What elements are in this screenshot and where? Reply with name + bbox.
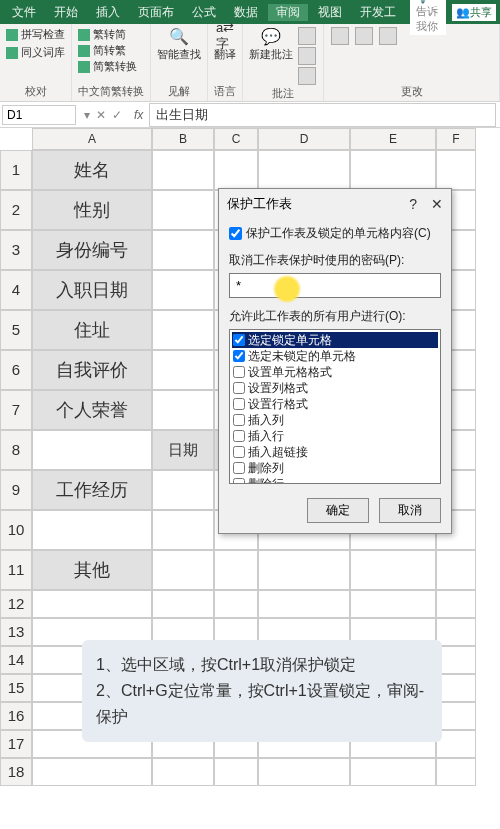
permission-item[interactable]: 设置列格式: [232, 380, 438, 396]
cell[interactable]: [258, 150, 350, 190]
cell[interactable]: [152, 310, 214, 350]
cell[interactable]: [32, 758, 152, 786]
tab-layout[interactable]: 页面布: [130, 4, 182, 21]
row-header[interactable]: 15: [0, 674, 32, 702]
col-header-a[interactable]: A: [32, 128, 152, 150]
trad-to-simp-button[interactable]: 繁转简: [78, 26, 126, 42]
permission-checkbox[interactable]: [233, 398, 245, 410]
cell[interactable]: [214, 550, 258, 590]
cell[interactable]: 身份编号: [32, 230, 152, 270]
cell[interactable]: [152, 190, 214, 230]
col-header-d[interactable]: D: [258, 128, 350, 150]
cell[interactable]: [436, 758, 476, 786]
dropdown-icon[interactable]: ▾: [84, 108, 90, 122]
permission-item[interactable]: 设置行格式: [232, 396, 438, 412]
cell[interactable]: [152, 270, 214, 310]
smart-lookup-button[interactable]: 🔍 智能查找: [157, 26, 201, 62]
cell[interactable]: [436, 730, 476, 758]
cell[interactable]: [436, 550, 476, 590]
cell[interactable]: 性别: [32, 190, 152, 230]
tab-file[interactable]: 文件: [4, 4, 44, 21]
permission-checkbox[interactable]: [233, 446, 245, 458]
tab-data[interactable]: 数据: [226, 4, 266, 21]
cell[interactable]: [152, 758, 214, 786]
cell[interactable]: [214, 590, 258, 618]
row-header[interactable]: 7: [0, 390, 32, 430]
cell[interactable]: [152, 230, 214, 270]
permission-item[interactable]: 设置单元格格式: [232, 364, 438, 380]
dialog-titlebar[interactable]: 保护工作表 ? ✕: [219, 189, 451, 219]
next-comment-button[interactable]: [298, 47, 316, 65]
simp-to-trad-button[interactable]: 简转繁: [78, 42, 126, 58]
share-workbook-button[interactable]: [379, 27, 397, 45]
tab-home[interactable]: 开始: [46, 4, 86, 21]
name-box[interactable]: D1: [2, 105, 76, 125]
cell[interactable]: 入职日期: [32, 270, 152, 310]
cell[interactable]: [152, 470, 214, 510]
cell[interactable]: [436, 590, 476, 618]
cell[interactable]: 住址: [32, 310, 152, 350]
cancel-button[interactable]: 取消: [379, 498, 441, 523]
permission-checkbox[interactable]: [233, 350, 245, 362]
tab-formula[interactable]: 公式: [184, 4, 224, 21]
permission-item[interactable]: 插入列: [232, 412, 438, 428]
tab-dev[interactable]: 开发工: [352, 4, 404, 21]
row-header[interactable]: 5: [0, 310, 32, 350]
row-header[interactable]: 17: [0, 730, 32, 758]
cell[interactable]: [436, 674, 476, 702]
permission-item[interactable]: 删除行: [232, 476, 438, 484]
cell[interactable]: [32, 590, 152, 618]
fx-icon[interactable]: fx: [128, 108, 149, 122]
permission-checkbox[interactable]: [233, 366, 245, 378]
row-header[interactable]: 6: [0, 350, 32, 390]
cell[interactable]: [152, 150, 214, 190]
permission-checkbox[interactable]: [233, 478, 245, 484]
cell[interactable]: [350, 550, 436, 590]
cell[interactable]: 日期: [152, 430, 214, 470]
convert-button[interactable]: 简繁转换: [78, 58, 137, 74]
protect-sheet-button[interactable]: [331, 27, 349, 45]
translate-button[interactable]: a⇄字 翻译: [214, 26, 236, 62]
permission-item[interactable]: 删除列: [232, 460, 438, 476]
cell[interactable]: 工作经历: [32, 470, 152, 510]
cell[interactable]: [350, 758, 436, 786]
row-header[interactable]: 13: [0, 618, 32, 646]
row-header[interactable]: 11: [0, 550, 32, 590]
spellcheck-button[interactable]: 拼写检查: [6, 26, 65, 42]
cell[interactable]: [436, 646, 476, 674]
cell[interactable]: 其他: [32, 550, 152, 590]
cell[interactable]: [350, 150, 436, 190]
cell[interactable]: [152, 550, 214, 590]
permission-item[interactable]: 插入行: [232, 428, 438, 444]
formula-bar[interactable]: 出生日期: [149, 103, 496, 127]
cell[interactable]: [436, 702, 476, 730]
permission-checkbox[interactable]: [233, 334, 245, 346]
close-button[interactable]: ✕: [431, 196, 443, 212]
cell[interactable]: [152, 390, 214, 430]
cell[interactable]: [258, 758, 350, 786]
new-comment-button[interactable]: 💬 新建批注: [249, 26, 293, 62]
row-header[interactable]: 10: [0, 510, 32, 550]
tab-view[interactable]: 视图: [310, 4, 350, 21]
share-button[interactable]: 👥共享: [452, 4, 496, 21]
col-header-f[interactable]: F: [436, 128, 476, 150]
prev-comment-button[interactable]: [298, 27, 316, 45]
cell[interactable]: [214, 758, 258, 786]
row-header[interactable]: 1: [0, 150, 32, 190]
cell[interactable]: [32, 510, 152, 550]
cell[interactable]: [436, 618, 476, 646]
cancel-icon[interactable]: ✕: [96, 108, 106, 122]
permission-item[interactable]: 选定锁定单元格: [232, 332, 438, 348]
ok-button[interactable]: 确定: [307, 498, 369, 523]
protect-content-checkbox[interactable]: [229, 227, 242, 240]
row-header[interactable]: 12: [0, 590, 32, 618]
col-header-b[interactable]: B: [152, 128, 214, 150]
row-header[interactable]: 9: [0, 470, 32, 510]
row-header[interactable]: 8: [0, 430, 32, 470]
protect-content-checkbox-row[interactable]: 保护工作表及锁定的单元格内容(C): [229, 225, 441, 242]
cell[interactable]: 姓名: [32, 150, 152, 190]
cell[interactable]: [436, 150, 476, 190]
permission-checkbox[interactable]: [233, 430, 245, 442]
cell[interactable]: [214, 150, 258, 190]
row-header[interactable]: 3: [0, 230, 32, 270]
